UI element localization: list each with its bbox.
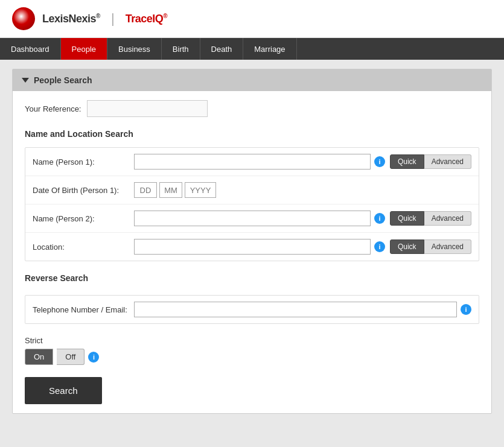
name-person1-info-icon[interactable]: i: [374, 156, 385, 167]
dob-dd-input[interactable]: [134, 182, 157, 198]
tel-email-label: Telephone Number / Email:: [33, 305, 129, 314]
lexisnexis-logo-circle: [12, 7, 35, 30]
app-header: LexisNexis® | TraceIQ®: [0, 0, 504, 38]
tel-email-input-group: i: [134, 302, 471, 317]
dob-mm-input[interactable]: [159, 182, 182, 198]
brand-text: LexisNexis: [42, 13, 96, 25]
name-person2-quick-button[interactable]: Quick: [390, 211, 424, 226]
name-person1-advanced-button[interactable]: Advanced: [424, 154, 471, 169]
search-button[interactable]: Search: [25, 377, 102, 404]
nav-item-marriage[interactable]: Marriage: [243, 38, 296, 60]
your-reference-row: Your Reference:: [25, 100, 479, 117]
location-row: Location: i Quick Advanced: [25, 233, 479, 261]
reverse-search-heading: Reverse Search: [25, 273, 479, 283]
tel-email-input[interactable]: [134, 302, 457, 317]
your-reference-input[interactable]: [87, 100, 208, 117]
location-label: Location:: [33, 243, 129, 252]
product-text: TraceIQ: [126, 13, 164, 25]
nav-item-death[interactable]: Death: [200, 38, 244, 60]
name-person2-btn-group: Quick Advanced: [390, 211, 471, 226]
name-person2-label: Name (Person 2):: [33, 214, 129, 223]
your-reference-label: Your Reference:: [25, 104, 81, 113]
location-advanced-button[interactable]: Advanced: [424, 239, 471, 254]
location-btn-group: Quick Advanced: [390, 239, 471, 254]
strict-on-button[interactable]: On: [25, 349, 53, 365]
nav-item-business[interactable]: Business: [107, 38, 162, 60]
name-person1-input-group: i: [134, 154, 385, 170]
name-person1-row: Name (Person 1): i Quick Advanced: [25, 148, 479, 176]
strict-section: Strict On Off i: [25, 336, 479, 365]
name-location-search-box: Name (Person 1): i Quick Advanced Date O…: [25, 147, 479, 261]
brand-reg: ®: [96, 13, 100, 19]
name-person1-quick-button[interactable]: Quick: [390, 154, 424, 169]
brand-name: LexisNexis®: [42, 13, 100, 25]
name-person1-input[interactable]: [134, 154, 371, 170]
dob-group: [134, 182, 216, 198]
location-info-icon[interactable]: i: [374, 241, 385, 252]
nav-item-birth[interactable]: Birth: [162, 38, 200, 60]
dob-row: Date Of Birth (Person 1):: [25, 176, 479, 204]
location-input[interactable]: [134, 239, 371, 255]
name-person2-input-group: i: [134, 211, 385, 226]
section-body: Your Reference: Name and Location Search…: [13, 91, 491, 413]
main-content: People Search Your Reference: Name and L…: [0, 60, 504, 447]
product-name: TraceIQ®: [126, 13, 167, 25]
strict-label: Strict: [25, 336, 479, 345]
tel-email-row: Telephone Number / Email: i: [25, 296, 479, 323]
nav-item-dashboard[interactable]: Dashboard: [0, 38, 61, 60]
dob-yyyy-input[interactable]: [185, 182, 216, 198]
tel-email-info-icon[interactable]: i: [461, 304, 471, 315]
name-person1-label: Name (Person 1):: [33, 157, 129, 166]
strict-off-button[interactable]: Off: [57, 349, 85, 365]
name-person2-row: Name (Person 2): i Quick Advanced: [25, 204, 479, 233]
reverse-search-box: Telephone Number / Email: i: [25, 295, 479, 324]
name-person2-advanced-button[interactable]: Advanced: [424, 211, 471, 226]
name-person2-input[interactable]: [134, 211, 371, 226]
name-person2-info-icon[interactable]: i: [374, 213, 385, 224]
product-reg: ®: [163, 13, 167, 19]
section-title: People Search: [34, 75, 92, 85]
section-header: People Search: [13, 69, 491, 91]
collapse-triangle-icon[interactable]: [22, 78, 29, 83]
name-person1-btn-group: Quick Advanced: [390, 154, 471, 169]
dob-label: Date Of Birth (Person 1):: [33, 186, 129, 195]
nav-item-people[interactable]: People: [61, 38, 107, 60]
name-location-heading: Name and Location Search: [25, 129, 479, 139]
location-quick-button[interactable]: Quick: [390, 239, 424, 254]
header-divider: |: [111, 11, 115, 27]
strict-toggle-group: On Off i: [25, 349, 479, 365]
main-navbar: Dashboard People Business Birth Death Ma…: [0, 38, 504, 60]
location-input-group: i: [134, 239, 385, 255]
strict-info-icon[interactable]: i: [88, 352, 99, 363]
people-search-panel: People Search Your Reference: Name and L…: [12, 69, 492, 414]
